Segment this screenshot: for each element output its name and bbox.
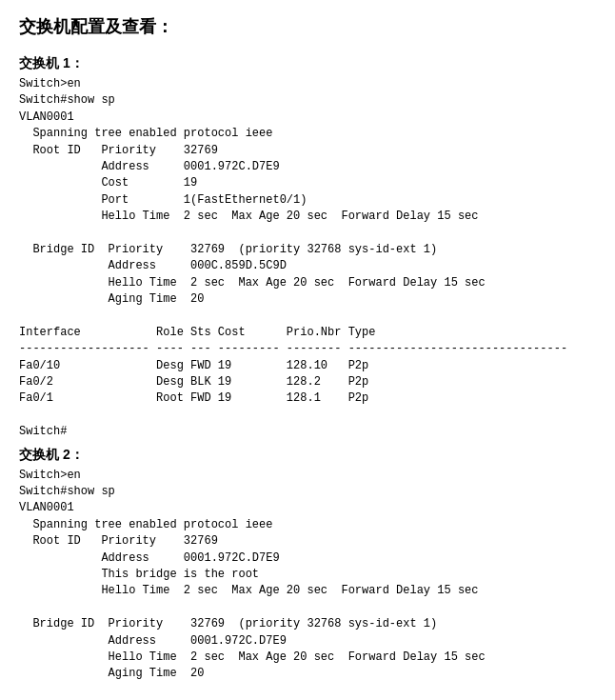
switch1-content: Switch>en Switch#show sp VLAN0001 Spanni… [19, 76, 596, 441]
page-title: 交换机配置及查看： [19, 15, 596, 38]
switch2-heading: 交换机 2： [19, 447, 596, 464]
switch1-heading: 交换机 1： [19, 55, 596, 72]
switch2-content: Switch>en Switch#show sp VLAN0001 Spanni… [19, 468, 596, 700]
